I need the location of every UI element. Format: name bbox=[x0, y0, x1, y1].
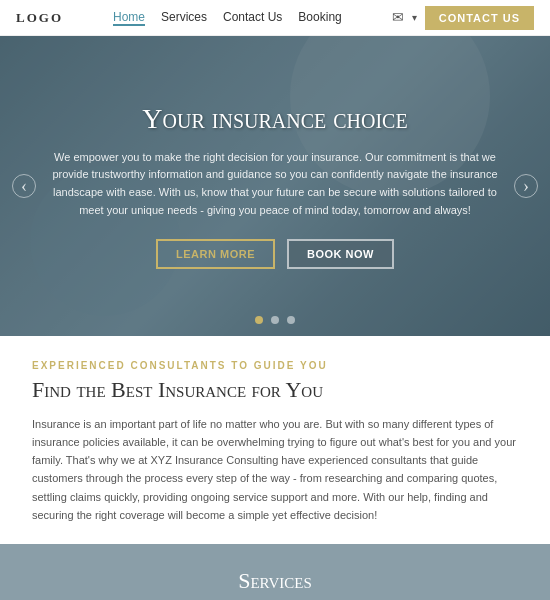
hero-prev-button[interactable]: ‹ bbox=[12, 174, 36, 198]
nav-links: Home Services Contact Us Booking bbox=[113, 10, 342, 26]
nav-services[interactable]: Services bbox=[161, 10, 207, 26]
hero-content: Your insurance choice We empower you to … bbox=[0, 103, 550, 269]
hero-title: Your insurance choice bbox=[40, 103, 510, 135]
mail-icon: ✉ bbox=[392, 9, 404, 26]
dropdown-caret-icon: ▾ bbox=[412, 12, 417, 23]
hero-dot-3[interactable] bbox=[287, 316, 295, 324]
services-title: Services bbox=[20, 568, 530, 594]
hero-next-button[interactable]: › bbox=[514, 174, 538, 198]
main-section: EXPERIENCED CONSULTANTS TO GUIDE YOU Fin… bbox=[0, 336, 550, 544]
services-section: Services Health Insurance All services a… bbox=[0, 544, 550, 600]
learn-more-button[interactable]: LEARN MORE bbox=[156, 239, 275, 269]
section-title: Find the Best Insurance for You bbox=[32, 377, 518, 403]
section-body: Insurance is an important part of life n… bbox=[32, 415, 518, 524]
hero-dot-2[interactable] bbox=[271, 316, 279, 324]
navbar: LOGO Home Services Contact Us Booking ✉ … bbox=[0, 0, 550, 36]
section-tag: EXPERIENCED CONSULTANTS TO GUIDE YOU bbox=[32, 360, 518, 371]
hero-dot-1[interactable] bbox=[255, 316, 263, 324]
nav-contact[interactable]: Contact Us bbox=[223, 10, 282, 26]
hero-buttons: LEARN MORE BOOK NOW bbox=[40, 239, 510, 269]
hero-dots bbox=[255, 316, 295, 324]
book-now-button[interactable]: BOOK NOW bbox=[287, 239, 394, 269]
contact-us-button[interactable]: CONTACT US bbox=[425, 6, 534, 30]
nav-booking[interactable]: Booking bbox=[298, 10, 341, 26]
hero-section: ‹ Your insurance choice We empower you t… bbox=[0, 36, 550, 336]
nav-home[interactable]: Home bbox=[113, 10, 145, 26]
hero-description: We empower you to make the right decisio… bbox=[40, 149, 510, 219]
logo: LOGO bbox=[16, 10, 63, 26]
nav-right: ✉ ▾ CONTACT US bbox=[392, 6, 534, 30]
